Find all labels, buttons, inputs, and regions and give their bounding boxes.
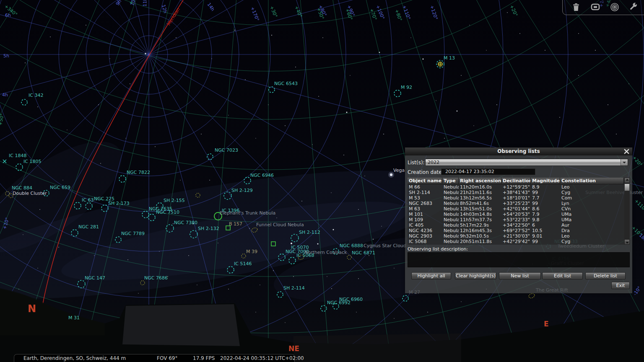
table-row[interactable]: M 63Nebula13h15m51.0s+42°01'44"8.6CVn <box>408 206 630 212</box>
table-cell: +34°22'50" <box>501 222 531 228</box>
sky-label[interactable]: 5h <box>3 53 9 59</box>
sky-label[interactable]: 11h <box>142 0 148 7</box>
sky-label[interactable]: IC 342 <box>29 93 43 98</box>
edit-list-button[interactable]: Edit list <box>542 272 583 279</box>
dialog-title[interactable]: Observing lists <box>405 147 632 155</box>
clear-highlights-button[interactable]: Clear highlight(s) <box>455 272 496 279</box>
table-scrollbar[interactable] <box>624 178 630 245</box>
sky-label[interactable]: M 13 <box>444 55 455 61</box>
sky-label[interactable]: Elephant's Trunk Nebula <box>220 210 275 216</box>
sky-label[interactable]: NGC 7822 <box>127 170 150 175</box>
table-row[interactable]: SH 2-114Nebula21h21m11.6s+38°41'43"99Cyg <box>408 190 630 195</box>
scroll-down-icon[interactable] <box>624 239 630 245</box>
star <box>457 111 458 112</box>
table-header-cell[interactable]: Constellation <box>560 178 624 184</box>
sky-label[interactable]: IC 1805 <box>23 159 41 164</box>
scrollbar-thumb[interactable] <box>624 184 630 191</box>
sky-label[interactable]: IC 63 <box>82 197 93 203</box>
star <box>273 270 274 271</box>
sky-label[interactable]: NGC 6946 <box>250 173 274 178</box>
sky-label[interactable]: IC 5146 <box>234 261 252 266</box>
sky-label[interactable]: NGC 281 <box>78 224 99 230</box>
sky-label[interactable]: IC 5068 <box>296 253 314 258</box>
sky-label[interactable]: NGC 7789 <box>121 231 145 236</box>
description-textarea[interactable] <box>408 252 630 267</box>
sky-label[interactable]: SH 2-173 <box>108 201 130 206</box>
sky-label[interactable]: NGC 659 <box>50 185 70 190</box>
table-cell: 9.01 <box>531 233 560 239</box>
sky-label[interactable]: IC 1848 <box>9 153 26 158</box>
sky-label[interactable]: NGC 6871 <box>352 250 375 256</box>
star <box>373 239 374 240</box>
table-row[interactable]: IC 5068Nebula20h51m11.8s+42°29'42"99Cyg <box>408 239 630 244</box>
sky-label[interactable]: 6h <box>5 13 11 18</box>
table-cell: +53°22'33" <box>501 217 531 222</box>
sky-label[interactable]: SH 2-155 <box>164 198 185 203</box>
chevron-down-icon[interactable] <box>621 159 628 165</box>
star <box>180 180 181 181</box>
table-cell: 14h03m14.8s <box>459 212 501 217</box>
table-header-cell[interactable]: Magnitude <box>531 178 560 184</box>
sky-label[interactable]: NGC 7686 <box>144 275 168 281</box>
table-row[interactable]: NGC 4236Nebula12h16m45.3s+69°27'52"10.5D… <box>408 228 630 233</box>
highlight-all-button[interactable]: Highlight all <box>411 272 451 279</box>
table-cell: CVn <box>560 206 624 212</box>
delete-list-button[interactable]: Delete list <box>585 272 626 279</box>
close-icon[interactable] <box>624 149 629 154</box>
table-header-cell[interactable]: Type <box>442 178 459 184</box>
table-cell: Nebula <box>442 228 459 233</box>
target-icon[interactable] <box>610 2 620 12</box>
location-status[interactable]: Earth, Derendingen, SO, Schweiz, 444 m <box>23 355 126 361</box>
table-row[interactable]: M 53Nebula13h12m56.5s+18°10'01"7.7Com <box>408 195 630 201</box>
datetime-status[interactable]: 2022-04-24 00:35:12 UTC+02:00 <box>220 355 304 361</box>
trash-icon[interactable] <box>571 2 581 12</box>
sky-label[interactable]: NGC 884 <box>12 185 32 191</box>
sky-label[interactable]: Funnel Cloud Nebula <box>256 222 304 228</box>
sky-label[interactable]: NGC 7380 <box>174 220 197 225</box>
sky-label[interactable]: Cygnus Star Cloud <box>364 243 406 248</box>
fov-status[interactable]: FOV 69° <box>157 355 177 361</box>
sky-label[interactable]: 4h <box>2 92 8 98</box>
sky-label[interactable]: SH 2-129 <box>231 188 253 193</box>
sky-label[interactable]: SH 2-132 <box>198 226 219 231</box>
sky-label[interactable]: NGC 6992 <box>327 300 351 305</box>
sky-label[interactable]: SH 2-112 <box>299 230 320 235</box>
sky-label[interactable]: Double Cluster <box>13 191 47 196</box>
lists-dropdown[interactable]: 2022 <box>425 159 628 166</box>
exit-button[interactable]: Exit <box>611 282 630 289</box>
table-row[interactable]: IC 405Nebula5h17m22.9s+34°22'50"6Aur <box>408 222 630 228</box>
sky-label[interactable]: NGC 7023 <box>215 147 238 153</box>
table-row[interactable]: M 66Nebula11h20m16.0s+12°59'25"8.9Leo <box>408 184 630 190</box>
creation-date-field[interactable]: 2022-04-17 23:35:02 <box>441 168 535 175</box>
sky-label[interactable]: M 39 <box>246 249 257 254</box>
star <box>130 83 130 84</box>
table-cell: +69°27'52" <box>501 228 531 233</box>
table-row[interactable]: NGC 2903Nebula9h32m10.5s+21°30'03"9.01Le… <box>408 233 630 239</box>
table-header-cell[interactable]: Object name <box>408 178 442 184</box>
star <box>559 117 560 118</box>
screen-icon[interactable] <box>590 2 600 12</box>
table-row[interactable]: M 101Nebula14h03m14.8s+54°20'53"7.9UMa <box>408 212 630 217</box>
globular-cluster-marker[interactable] <box>438 62 442 66</box>
sky-label[interactable]: NGC 147 <box>85 275 105 281</box>
star <box>37 106 38 107</box>
table-row[interactable]: NGC 2683Nebula8h52m41.6s+33°25'23"99Lyn <box>408 201 630 206</box>
table-cell: 9h32m10.5s <box>459 233 501 239</box>
sky-label[interactable]: SH 2-114 <box>283 285 305 291</box>
table-header-cell[interactable]: Declination <box>501 178 531 184</box>
sky-label[interactable]: NGC 6888 <box>340 243 363 248</box>
sky-label[interactable]: NGC 6543 <box>274 81 298 86</box>
table-row[interactable]: M 109Nebula11h57m37.7s+53°22'33"9.8UMa <box>408 217 630 222</box>
star <box>381 226 382 227</box>
sky-label[interactable]: NGC 7510 <box>156 209 179 215</box>
sky-label[interactable]: B 157 <box>229 221 242 227</box>
sky-label[interactable]: M 92 <box>401 85 412 90</box>
sky-label[interactable]: Vega <box>393 168 405 173</box>
star <box>94 255 95 256</box>
wrench-icon[interactable] <box>628 2 638 12</box>
table-header-cell[interactable]: Right ascension <box>459 178 501 184</box>
scroll-up-icon[interactable] <box>624 178 630 183</box>
sky-label[interactable]: M 31 <box>68 315 80 321</box>
star <box>578 75 579 76</box>
new-list-button[interactable]: New list <box>499 272 541 279</box>
